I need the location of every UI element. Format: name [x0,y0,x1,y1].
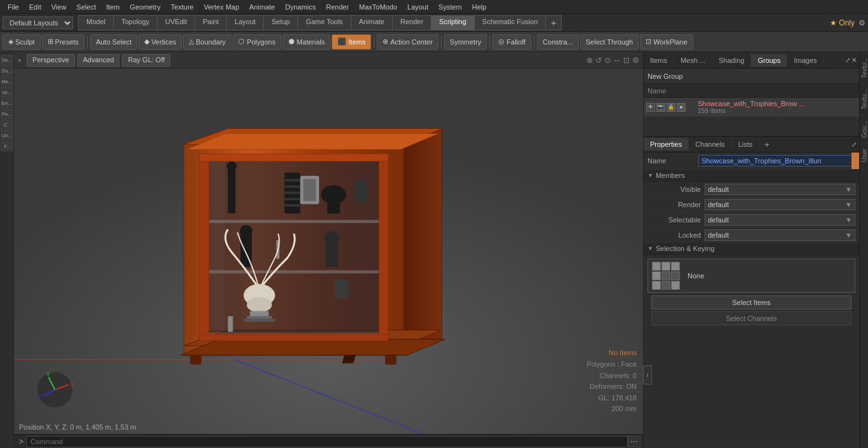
menu-geometry[interactable]: Geometry [125,2,165,12]
name-field-input[interactable] [698,155,855,166]
ray-gl-button[interactable]: Ray GL: Off [122,54,170,67]
left-tool-uv[interactable]: UV... [1,130,13,140]
tab-model[interactable]: Model [78,15,113,31]
star-only-button[interactable]: ★ Only [830,18,855,27]
menu-item[interactable]: Item [101,2,125,12]
tab-lists[interactable]: Lists [732,138,760,151]
none-button[interactable]: None [648,259,855,293]
sculpt-button[interactable]: ◈ Sculpt [3,34,41,50]
tab-setup[interactable]: Setup [263,15,297,31]
menu-select[interactable]: Select [71,2,101,12]
tab-add-button[interactable]: + [545,15,562,31]
tab-topology[interactable]: Topology [113,15,157,31]
tab-images[interactable]: Images [787,54,824,67]
work-plane-button[interactable]: ⊡ WorkPlane [640,34,693,50]
left-tool-ve[interactable]: Ve... [1,87,13,97]
edge-tab-gou[interactable]: Gou... [860,115,868,143]
zoom-icon[interactable]: ⊙ [604,56,611,65]
menu-texture[interactable]: Texture [166,2,199,12]
tab-mesh[interactable]: Mesh ... [674,54,712,67]
select-items-button[interactable]: Select Items [651,295,851,309]
tab-schematic-fusion[interactable]: Schematic Fusion [474,15,545,31]
materials-button[interactable]: ⬢ Materials [283,34,331,50]
action-center-button[interactable]: ⊕ Action Center [377,34,438,50]
members-section[interactable]: ▼ Members [644,170,859,182]
selection-keying-section[interactable]: ▼ Selection & Keying [644,243,859,255]
render-row: Render default ▼ [644,197,859,212]
left-tool-de[interactable]: De... [1,55,13,65]
edge-tab-textu2[interactable]: Textu... [860,83,868,114]
rotate-icon[interactable]: ↺ [595,56,602,65]
menu-edit[interactable]: Edit [24,2,46,12]
auto-select-button[interactable]: Auto Select [90,34,137,50]
eye-icon[interactable]: 👁 [646,103,655,112]
menu-system[interactable]: System [433,2,467,12]
falloff-button[interactable]: ◎ Falloff [492,34,531,50]
camera-icon[interactable]: ⊕ [587,56,593,65]
props-expand-icon[interactable]: ⤢ [851,141,857,148]
advanced-button[interactable]: Advanced [78,54,120,67]
constraints-button[interactable]: Constra... [537,34,579,50]
tab-paint[interactable]: Paint [194,15,226,31]
expand-icon[interactable]: ⤢ [845,57,850,64]
collapse-icon[interactable]: ✕ [851,57,857,64]
edge-tab-user[interactable]: User [860,143,868,167]
lock-icon[interactable]: 🔒 [667,103,675,112]
left-tool-dup[interactable]: Du... [1,65,13,76]
locked-dropdown[interactable]: default ▼ [705,229,855,241]
gear-icon[interactable]: ⚙ [858,18,865,27]
tab-render[interactable]: Render [392,15,431,31]
tab-items[interactable]: Items [644,54,674,67]
command-input[interactable] [26,436,628,447]
menu-render[interactable]: Render [321,2,354,12]
tab-animate[interactable]: Animate [351,15,392,31]
menu-help[interactable]: Help [467,2,492,12]
menu-maxtomodo[interactable]: MaxToModo [354,2,402,12]
tab-plus-button[interactable]: + [759,137,775,152]
menu-view[interactable]: View [46,2,72,12]
visible-dropdown[interactable]: default ▼ [705,184,855,195]
tab-scripting[interactable]: Scripting [431,15,474,31]
left-tool-f[interactable]: F.. [1,141,13,151]
items-button[interactable]: ⬛ Items [332,34,371,50]
left-tool-po[interactable]: Po... [1,109,13,119]
tab-game-tools[interactable]: Game Tools [297,15,351,31]
vertices-button[interactable]: ◆ Vertices [139,34,182,50]
menu-dynamics[interactable]: Dynamics [280,2,321,12]
presets-button[interactable]: ⊞ Presets [42,34,85,50]
new-group-button[interactable]: New Group [648,72,683,80]
left-tool-em[interactable]: Em... [1,98,13,108]
perspective-button[interactable]: Perspective [27,54,74,67]
tab-layout[interactable]: Layout [226,15,263,31]
render-dropdown[interactable]: default ▼ [705,199,855,210]
key-icon[interactable]: ● [677,103,686,112]
menu-layout[interactable]: Layout [402,2,433,12]
pan-icon[interactable]: ↔ [613,56,621,65]
tab-uvedit[interactable]: UVEdit [157,15,194,31]
left-tool-c[interactable]: C.. [1,119,13,130]
menu-file[interactable]: File [3,2,24,12]
camera-icon-small[interactable]: 📷 [656,103,665,112]
tab-channels[interactable]: Channels [689,138,731,151]
fit-icon[interactable]: ⊡ [623,56,630,65]
expand-right-button[interactable]: › [643,365,652,384]
edge-tab-textu1[interactable]: Textu... [860,52,868,83]
tab-shading[interactable]: Shading [712,54,751,67]
menu-vertex-map[interactable]: Vertex Map [199,2,245,12]
menu-animate[interactable]: Animate [244,2,280,12]
select-through-button[interactable]: Select Through [580,34,639,50]
boundary-button[interactable]: ◬ Boundary [183,34,231,50]
group-row-1[interactable]: 👁 📷 🔒 ● Showcase_with_Trophies_Brow ... … [644,98,859,117]
symmetry-button[interactable]: Symmetry [444,34,487,50]
layout-select[interactable]: Default Layouts [3,17,73,29]
selectable-dropdown[interactable]: default ▼ [705,214,855,226]
polygons-button[interactable]: ⬡ Polygons [233,34,281,50]
toolbar: ◈ Sculpt ⊞ Presets Auto Select ◆ Vertice… [0,32,868,52]
viewport-container[interactable]: X Y Z No Items Polygons : Face Channels:… [14,69,643,434]
command-options-button[interactable]: ⋯ [628,436,641,447]
polygons-text: Polygons : Face [587,359,637,370]
left-tool-me[interactable]: Me... [1,76,13,86]
tab-properties[interactable]: Properties [644,138,689,151]
tab-groups[interactable]: Groups [751,54,787,67]
viewport-settings-icon[interactable]: ⚙ [632,56,639,65]
